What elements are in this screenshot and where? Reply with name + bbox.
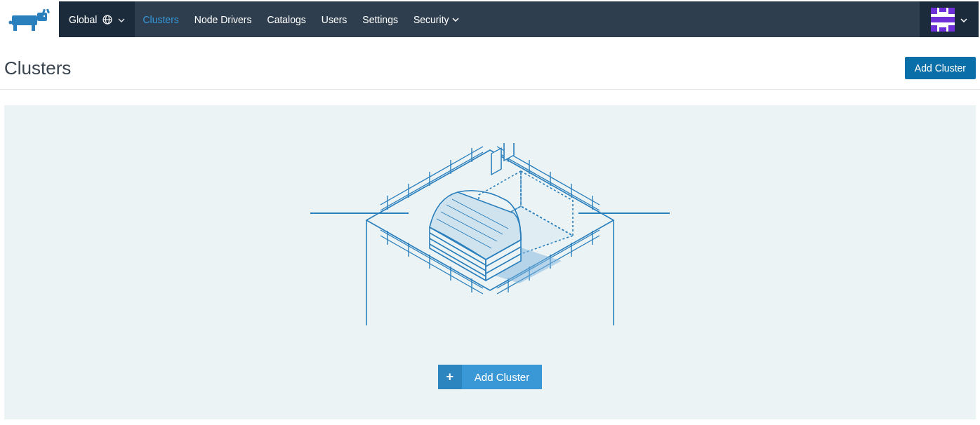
scope-selector[interactable]: Global — [59, 1, 135, 37]
page-title: Clusters — [4, 58, 71, 79]
nav-users[interactable]: Users — [314, 1, 355, 37]
nav-label: Settings — [362, 14, 398, 25]
add-cluster-center-button[interactable]: + Add Cluster — [438, 365, 542, 389]
app-logo[interactable] — [1, 1, 59, 37]
nav-label: Users — [322, 14, 347, 25]
plus-icon: + — [438, 365, 462, 389]
svg-line-27 — [497, 152, 600, 210]
farm-illustration-icon — [310, 143, 670, 325]
nav-node-drivers[interactable]: Node Drivers — [187, 1, 260, 37]
chevron-down-icon — [960, 15, 967, 25]
svg-rect-54 — [504, 143, 514, 161]
main-nav: Clusters Node Drivers Catalogs Users Set… — [135, 1, 466, 37]
svg-point-6 — [9, 20, 13, 24]
empty-state: + Add Cluster — [4, 105, 976, 419]
svg-rect-5 — [46, 8, 50, 13]
scope-label: Global — [69, 14, 97, 25]
top-navbar: Global Clusters Node Drivers Catalogs Us… — [1, 1, 979, 37]
svg-rect-0 — [12, 15, 37, 25]
nav-label: Security — [413, 14, 449, 25]
svg-point-7 — [44, 15, 45, 16]
avatar — [931, 8, 955, 32]
page-header: Clusters Add Cluster — [0, 39, 980, 90]
chevron-down-icon — [118, 15, 125, 24]
nav-label: Clusters — [143, 14, 178, 25]
globe-icon — [102, 15, 112, 25]
cow-logo-icon — [8, 7, 53, 32]
user-menu[interactable] — [920, 1, 979, 37]
add-cluster-center-label: Add Cluster — [462, 365, 542, 389]
svg-rect-1 — [13, 25, 17, 31]
nav-settings[interactable]: Settings — [355, 1, 406, 37]
add-cluster-button[interactable]: Add Cluster — [905, 57, 976, 79]
empty-illustration — [310, 143, 670, 325]
svg-rect-3 — [37, 13, 47, 21]
nav-label: Node Drivers — [194, 14, 252, 25]
nav-catalogs[interactable]: Catalogs — [260, 1, 314, 37]
nav-clusters[interactable]: Clusters — [135, 1, 186, 37]
nav-security[interactable]: Security — [406, 1, 467, 37]
chevron-down-icon — [452, 15, 459, 23]
nav-label: Catalogs — [267, 14, 306, 25]
svg-rect-2 — [32, 25, 35, 31]
